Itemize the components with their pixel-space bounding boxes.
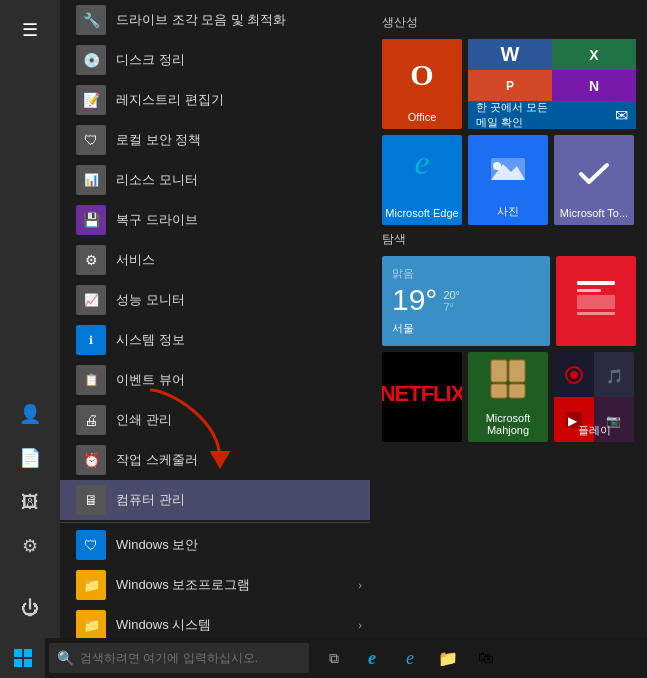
svg-rect-17 xyxy=(491,384,507,398)
svg-rect-29 xyxy=(24,659,32,667)
start-menu: 🔧 드라이브 조각 모음 및 최적화 💿 디스크 정리 📝 레지스트리 편집기 … xyxy=(60,0,647,642)
photos-tile[interactable]: 사진 xyxy=(468,135,548,225)
ie-taskbar-icon[interactable]: e xyxy=(393,641,427,675)
weather-city: 서울 xyxy=(392,321,414,336)
mahjong-label: Microsoft Mahjong xyxy=(468,412,548,436)
app-icon: 📈 xyxy=(76,285,106,315)
app-list: 🔧 드라이브 조각 모음 및 최적화 💿 디스크 정리 📝 레지스트리 편집기 … xyxy=(60,0,370,642)
explore-label: 탐색 xyxy=(382,231,637,248)
list-item[interactable]: ⚙ 서비스 xyxy=(60,240,370,280)
weather-temp: 19° xyxy=(392,283,437,317)
app-icon: 🛡 xyxy=(76,530,106,560)
document-icon[interactable]: 📄 xyxy=(10,438,50,478)
app-icon: ⏰ xyxy=(76,445,106,475)
weather-low: 7° xyxy=(443,301,460,313)
mail-tile[interactable]: W X P N 한 곳에서 모든메일 확인 ✉ xyxy=(468,39,636,129)
app-icon: 💿 xyxy=(76,45,106,75)
list-item[interactable]: 📋 이벤트 뷰어 xyxy=(60,360,370,400)
folder-icon: 📁 xyxy=(76,570,106,600)
mahjong-tile[interactable]: Microsoft Mahjong xyxy=(468,352,548,442)
list-item[interactable]: 💾 복구 드라이브 xyxy=(60,200,370,240)
svg-text:e: e xyxy=(414,144,429,181)
play-mini-1 xyxy=(554,352,594,397)
list-item[interactable]: ℹ 시스템 정보 xyxy=(60,320,370,360)
app-icon: 🔧 xyxy=(76,5,106,35)
app-icon: 🖨 xyxy=(76,405,106,435)
svg-rect-16 xyxy=(509,360,525,382)
svg-rect-18 xyxy=(509,384,525,398)
svg-rect-27 xyxy=(24,649,32,657)
mini-tile-word: W xyxy=(468,39,552,70)
mail-tile-bottom: 한 곳에서 모든메일 확인 ✉ xyxy=(468,101,636,129)
task-view-icon[interactable]: ⧉ xyxy=(317,641,351,675)
svg-rect-12 xyxy=(577,295,615,309)
store-taskbar-icon[interactable]: 🛍 xyxy=(469,641,503,675)
list-item[interactable]: 📈 성능 모니터 xyxy=(60,280,370,320)
computer-management-item[interactable]: 🖥 컴퓨터 관리 xyxy=(60,480,370,520)
edge-tile[interactable]: e Microsoft Edge xyxy=(382,135,462,225)
app-icon: 💾 xyxy=(76,205,106,235)
tiles-row-3: 맑음 19° 20° 7° 서울 xyxy=(382,256,637,346)
office-icon: O xyxy=(402,59,442,109)
news-tile[interactable] xyxy=(556,256,636,346)
weather-high: 20° xyxy=(443,289,460,301)
search-input[interactable] xyxy=(80,651,301,665)
list-item[interactable]: 🛡 로컬 보안 정책 xyxy=(60,120,370,160)
svg-rect-8 xyxy=(569,149,619,199)
weather-tile[interactable]: 맑음 19° 20° 7° 서울 xyxy=(382,256,550,346)
mail-icon: ✉ xyxy=(615,106,628,125)
svg-point-20 xyxy=(570,371,578,379)
windows-accessories-item[interactable]: 📁 Windows 보조프로그램 › xyxy=(60,565,370,605)
list-item[interactable]: 🖨 인쇄 관리 xyxy=(60,400,370,440)
photos-label: 사진 xyxy=(497,204,519,219)
edge-taskbar-icon[interactable]: e xyxy=(355,641,389,675)
settings-icon[interactable]: ⚙ xyxy=(10,526,50,566)
app-icon: 📊 xyxy=(76,165,106,195)
svg-rect-15 xyxy=(491,360,507,382)
svg-rect-28 xyxy=(14,659,22,667)
windows-system-item[interactable]: 📁 Windows 시스템 › xyxy=(60,605,370,642)
hamburger-icon[interactable]: ☰ xyxy=(10,10,50,50)
productivity-label: 생산성 xyxy=(382,14,637,31)
app-icon: 📋 xyxy=(76,365,106,395)
sidebar: ☰ 👤 📄 🖼 ⚙ ⏻ xyxy=(0,0,60,678)
power-icon[interactable]: ⏻ xyxy=(10,588,50,628)
list-item[interactable]: 🔧 드라이브 조각 모음 및 최적화 xyxy=(60,0,370,40)
divider xyxy=(60,522,370,523)
weather-condition: 맑음 xyxy=(392,266,414,281)
taskbar-search-box[interactable]: 🔍 xyxy=(49,643,309,673)
edge-label: Microsoft Edge xyxy=(385,207,458,219)
tiles-row-2: e Microsoft Edge 사진 xyxy=(382,135,637,225)
office-tile[interactable]: O Office xyxy=(382,39,462,129)
app-icon: 🖥 xyxy=(76,485,106,515)
todo-tile[interactable]: Microsoft To... xyxy=(554,135,634,225)
photo-icon[interactable]: 🖼 xyxy=(10,482,50,522)
svg-text:🎵: 🎵 xyxy=(606,368,624,385)
app-icon: ⚙ xyxy=(76,245,106,275)
windows-logo xyxy=(13,648,33,668)
user-icon[interactable]: 👤 xyxy=(10,394,50,434)
start-button[interactable] xyxy=(0,638,45,678)
windows-security-item[interactable]: 🛡 Windows 보안 xyxy=(60,525,370,565)
netflix-tile[interactable]: NETFLIX xyxy=(382,352,462,442)
list-item[interactable]: ⏰ 작업 스케줄러 xyxy=(60,440,370,480)
todo-label: Microsoft To... xyxy=(560,207,628,219)
mini-tile-excel: X xyxy=(552,39,636,70)
list-item[interactable]: 📝 레지스트리 편집기 xyxy=(60,80,370,120)
folder-icon: 📁 xyxy=(76,610,106,640)
news-icon xyxy=(571,273,621,323)
mini-tile-ppt: P xyxy=(468,70,552,101)
list-item[interactable]: 💿 디스크 정리 xyxy=(60,40,370,80)
svg-rect-11 xyxy=(577,289,601,292)
list-item[interactable]: 📊 리소스 모니터 xyxy=(60,160,370,200)
tiles-panel: 생산성 O Office W X xyxy=(370,0,647,642)
app-icon: 📝 xyxy=(76,85,106,115)
play-mini-2: 🎵 xyxy=(594,352,634,397)
play-tile[interactable]: 🎵 ▶ 📷 플레이 xyxy=(554,352,634,442)
todo-icon xyxy=(569,149,619,203)
explorer-taskbar-icon[interactable]: 📁 xyxy=(431,641,465,675)
search-magnifier-icon: 🔍 xyxy=(57,650,74,666)
office-tile-label: Office xyxy=(408,111,437,123)
svg-rect-26 xyxy=(14,649,22,657)
app-icon: 🛡 xyxy=(76,125,106,155)
